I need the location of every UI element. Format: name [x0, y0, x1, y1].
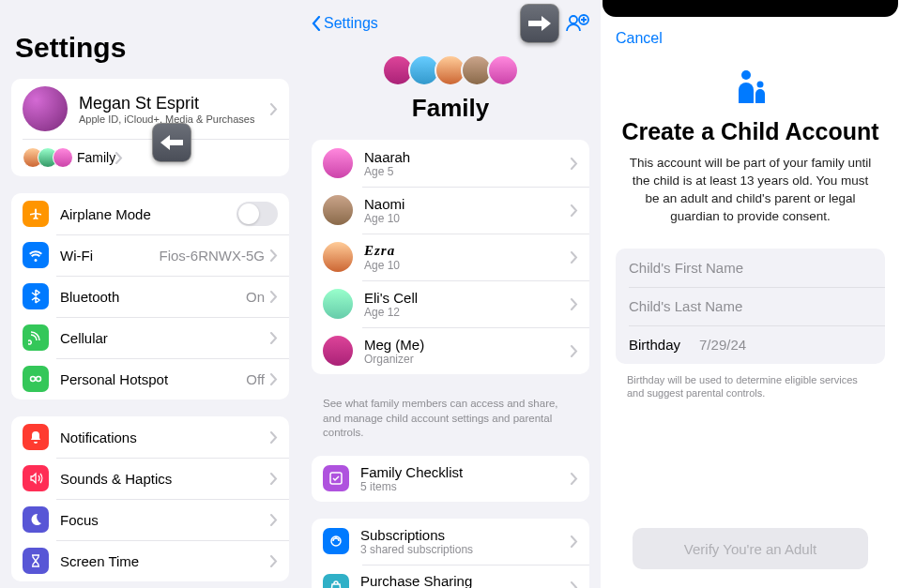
chevron-right-icon — [270, 332, 278, 344]
airplane-mode-row[interactable]: Airplane Mode — [11, 193, 289, 234]
bag-icon — [323, 574, 349, 588]
family-footnote: See what family members can access and s… — [300, 391, 601, 441]
add-member-button[interactable] — [565, 13, 589, 35]
arrow-right-badge — [520, 4, 559, 43]
focus-row[interactable]: Focus — [11, 499, 289, 540]
chevron-right-icon — [270, 249, 278, 262]
chevron-right-icon — [571, 298, 578, 310]
hotspot-icon — [23, 366, 49, 392]
chevron-right-icon — [571, 204, 578, 217]
member-name: Naomi — [364, 196, 571, 212]
chevron-right-icon — [270, 373, 278, 385]
sounds-label: Sounds & Haptics — [60, 471, 270, 487]
wifi-label: Wi-Fi — [60, 248, 159, 264]
notifications-row[interactable]: Notifications — [11, 416, 289, 458]
member-row[interactable]: NaomiAge 10 — [312, 187, 589, 234]
member-row[interactable]: EzraAge 10 — [312, 234, 589, 280]
wifi-row[interactable]: Wi-Fi Fios-6RNWX-5G — [11, 234, 289, 276]
chevron-left-icon — [312, 16, 321, 31]
avatar — [323, 336, 353, 366]
airplane-toggle[interactable] — [236, 202, 278, 226]
chevron-right-icon — [270, 514, 278, 526]
back-label: Settings — [324, 15, 378, 32]
last-name-field[interactable]: Child's Last Name — [616, 287, 885, 325]
chevron-right-icon — [571, 345, 578, 357]
birthday-field[interactable]: Birthday 7/29/24 — [616, 325, 885, 364]
chevron-right-icon — [571, 473, 578, 485]
apple-id-row[interactable]: Megan St Esprit Apple ID, iCloud+, Media… — [11, 79, 289, 139]
avatar — [323, 195, 353, 225]
checklist-label: Family Checklist — [360, 464, 571, 480]
subscriptions-icon — [323, 528, 349, 554]
cellular-label: Cellular — [60, 330, 270, 346]
member-sub: Age 10 — [364, 259, 571, 272]
screentime-row[interactable]: Screen Time — [11, 540, 289, 581]
chevron-right-icon — [115, 152, 123, 164]
bluetooth-label: Bluetooth — [60, 289, 246, 305]
chevron-right-icon — [571, 251, 578, 264]
first-name-field[interactable]: Child's First Name — [616, 249, 885, 287]
chevron-right-icon — [571, 581, 578, 588]
avatar — [323, 148, 353, 178]
bluetooth-icon — [23, 283, 49, 309]
purchase-sharing-row[interactable]: Purchase SharingEnabled — [312, 565, 589, 588]
bluetooth-row[interactable]: Bluetooth On — [11, 276, 289, 317]
member-sub: Organizer — [364, 353, 571, 366]
family-label: Family — [77, 150, 115, 165]
hero-description: This account will be part of your family… — [619, 155, 881, 226]
chevron-right-icon — [270, 555, 278, 567]
member-name: Naarah — [364, 149, 571, 165]
svg-point-1 — [37, 377, 41, 382]
member-name: Meg (Me) — [364, 337, 571, 353]
notifications-label: Notifications — [60, 430, 270, 445]
focus-label: Focus — [60, 512, 270, 528]
wifi-value: Fios-6RNWX-5G — [159, 248, 265, 264]
arrow-left-badge — [152, 123, 191, 162]
family-row[interactable]: Family — [11, 139, 289, 176]
subscriptions-label: Subscriptions — [360, 527, 571, 543]
avatar — [23, 86, 68, 131]
airplane-icon — [23, 201, 49, 227]
family-mini-avatars — [23, 147, 68, 168]
member-name: Eli's Cell — [364, 290, 571, 306]
hotspot-value: Off — [246, 371, 265, 387]
family-title: Family — [300, 94, 601, 123]
hotspot-label: Personal Hotspot — [60, 371, 246, 387]
cellular-icon — [23, 324, 49, 351]
member-row[interactable]: Eli's CellAge 12 — [312, 280, 589, 327]
subscriptions-row[interactable]: Subscriptions3 shared subscriptions — [312, 519, 589, 565]
sounds-row[interactable]: Sounds & Haptics — [11, 458, 289, 499]
birthday-footnote: Birthday will be used to determine eligi… — [601, 369, 900, 405]
back-button[interactable]: Settings — [312, 15, 378, 32]
hotspot-row[interactable]: Personal Hotspot Off — [11, 358, 289, 400]
birthday-label: Birthday — [629, 337, 680, 353]
chevron-right-icon — [270, 291, 278, 303]
svg-point-10 — [741, 70, 751, 80]
chevron-right-icon — [571, 158, 578, 170]
member-sub: Age 12 — [364, 306, 571, 319]
member-row[interactable]: Meg (Me)Organizer — [312, 327, 589, 374]
svg-point-11 — [756, 82, 763, 88]
checklist-row[interactable]: Family Checklist5 items — [312, 456, 589, 502]
chevron-right-icon — [270, 473, 278, 485]
verify-button[interactable]: Verify You're an Adult — [633, 528, 868, 569]
parent-child-icon — [728, 66, 773, 111]
moon-icon — [23, 506, 49, 533]
birthday-value: 7/29/24 — [699, 337, 746, 353]
hero-title: Create a Child Account — [619, 118, 881, 145]
purchase-label: Purchase Sharing — [360, 573, 571, 588]
cellular-row[interactable]: Cellular — [11, 317, 289, 358]
svg-point-6 — [570, 16, 577, 23]
avatar — [323, 242, 353, 272]
member-sub: Age 10 — [364, 212, 571, 225]
screentime-label: Screen Time — [60, 553, 270, 569]
wifi-icon — [23, 242, 49, 268]
cancel-button[interactable]: Cancel — [601, 17, 900, 53]
speaker-icon — [23, 465, 49, 491]
checklist-icon — [323, 465, 349, 491]
member-name: Ezra — [364, 243, 571, 259]
svg-point-0 — [31, 377, 36, 382]
member-row[interactable]: NaarahAge 5 — [312, 140, 589, 187]
family-avatars — [300, 54, 601, 86]
bluetooth-value: On — [246, 289, 265, 305]
